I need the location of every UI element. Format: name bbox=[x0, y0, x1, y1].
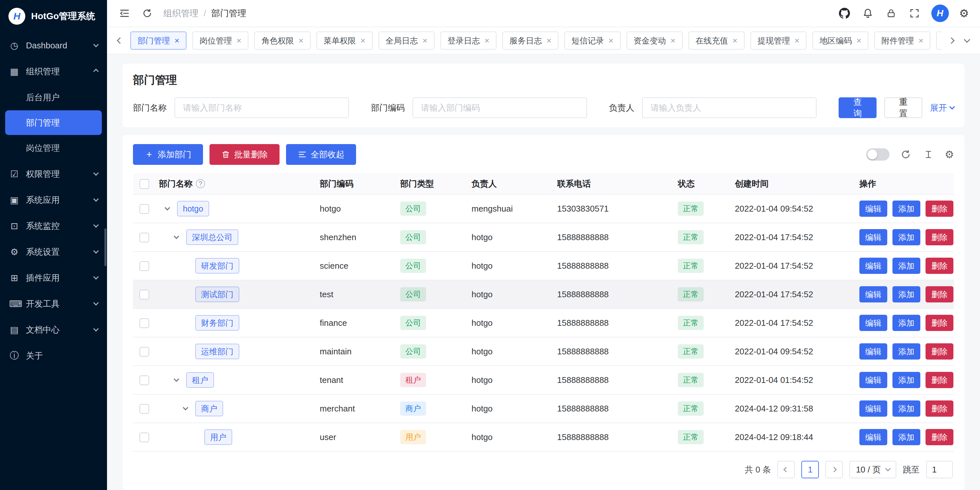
edit-button[interactable]: 编辑 bbox=[859, 429, 887, 445]
tab-withdraw[interactable]: 提现管理 × bbox=[750, 32, 807, 49]
add-button[interactable]: 添加 bbox=[892, 429, 920, 445]
breadcrumb-item-current[interactable]: 部门管理 bbox=[212, 8, 247, 19]
tab-role[interactable]: 角色权限 × bbox=[254, 32, 310, 49]
tab-global-log[interactable]: 全局日志 × bbox=[379, 32, 434, 49]
close-icon[interactable]: × bbox=[794, 36, 799, 45]
expand-filters-button[interactable]: 展开 bbox=[930, 102, 954, 113]
close-icon[interactable]: × bbox=[671, 36, 676, 45]
table-row[interactable]: 深圳总公司 shenzhen 公司 hotgo 15888888888 正常 2… bbox=[133, 223, 954, 252]
delete-button[interactable]: 删除 bbox=[926, 258, 953, 274]
tab-attachment[interactable]: 附件管理 × bbox=[874, 32, 931, 49]
settings-gear-icon[interactable]: ⚙ bbox=[959, 8, 969, 19]
add-button[interactable]: 添加 bbox=[892, 258, 920, 274]
breadcrumb-item[interactable]: 组织管理 bbox=[164, 8, 199, 19]
row-checkbox[interactable] bbox=[140, 347, 149, 357]
tabs-menu-icon[interactable] bbox=[962, 38, 972, 43]
lock-screen-icon[interactable] bbox=[885, 7, 897, 20]
expand-chevron-icon[interactable] bbox=[183, 407, 195, 410]
sidebar-subitem-dept[interactable]: 部门管理 bbox=[5, 110, 102, 135]
close-icon[interactable]: × bbox=[175, 36, 179, 45]
sidebar-item-monitor[interactable]: ⊡ 系统监控 bbox=[0, 213, 107, 239]
add-button[interactable]: 添加 bbox=[892, 372, 920, 388]
sidebar-scrollbar[interactable] bbox=[104, 228, 107, 266]
tab-dept[interactable]: 部门管理 × bbox=[130, 32, 186, 49]
tab-notice[interactable]: 通知公告 × bbox=[936, 32, 941, 49]
close-icon[interactable]: × bbox=[361, 36, 366, 45]
batch-delete-button[interactable]: 批量删除 bbox=[210, 144, 280, 165]
reload-table-icon[interactable] bbox=[899, 148, 912, 161]
row-checkbox[interactable] bbox=[140, 290, 149, 300]
edit-button[interactable]: 编辑 bbox=[859, 315, 887, 331]
close-icon[interactable]: × bbox=[546, 36, 551, 45]
column-settings-gear-icon[interactable]: ⚙ bbox=[945, 149, 954, 160]
sidebar-item-org[interactable]: ▦ 组织管理 bbox=[0, 58, 107, 85]
tab-funds[interactable]: 资金变动 × bbox=[627, 32, 682, 49]
tab-recharge[interactable]: 在线充值 × bbox=[689, 32, 745, 49]
tab-menu[interactable]: 菜单权限 × bbox=[317, 32, 372, 49]
add-button[interactable]: 添加 bbox=[892, 229, 920, 245]
sidebar-subitem-post[interactable]: 岗位管理 bbox=[5, 136, 102, 160]
close-icon[interactable]: × bbox=[298, 36, 303, 45]
add-button[interactable]: 添加 bbox=[892, 286, 920, 302]
close-icon[interactable]: × bbox=[485, 36, 489, 45]
row-checkbox[interactable] bbox=[140, 404, 149, 414]
app-logo[interactable]: H HotGo管理系统 bbox=[0, 0, 107, 32]
page-size-select[interactable]: 10 / 页 bbox=[849, 461, 896, 478]
department-name-input[interactable] bbox=[175, 97, 349, 118]
sidebar-item-docs[interactable]: ▤ 文档中心 bbox=[0, 317, 107, 343]
edit-button[interactable]: 编辑 bbox=[859, 286, 887, 302]
table-row[interactable]: hotgo hotgo 公司 mengshuai 15303830571 正常 … bbox=[133, 195, 954, 223]
edit-button[interactable]: 编辑 bbox=[859, 229, 887, 245]
user-avatar[interactable]: H bbox=[931, 5, 949, 22]
next-page-button[interactable] bbox=[825, 461, 843, 478]
delete-button[interactable]: 删除 bbox=[926, 429, 953, 445]
table-row[interactable]: 研发部门 science 公司 hotgo 15888888888 正常 202… bbox=[133, 252, 954, 280]
edit-button[interactable]: 编辑 bbox=[859, 372, 887, 388]
delete-button[interactable]: 删除 bbox=[926, 229, 953, 245]
github-icon[interactable] bbox=[838, 7, 851, 20]
add-button[interactable]: 添加 bbox=[892, 201, 920, 217]
sidebar-item-settings[interactable]: ⚙ 系统设置 bbox=[0, 239, 107, 265]
add-button[interactable]: 添加 bbox=[892, 401, 920, 417]
table-row[interactable]: 商户 merchant 商户 hotgo 15888888888 正常 2024… bbox=[133, 394, 954, 423]
tab-region[interactable]: 地区编码 × bbox=[812, 32, 869, 49]
select-all-checkbox[interactable] bbox=[140, 179, 149, 189]
sidebar-item-apps[interactable]: ▣ 系统应用 bbox=[0, 187, 107, 213]
density-icon[interactable] bbox=[922, 148, 935, 161]
expand-chevron-icon[interactable] bbox=[175, 235, 186, 239]
delete-button[interactable]: 删除 bbox=[926, 372, 953, 388]
collapse-sidebar-icon[interactable] bbox=[118, 7, 131, 20]
search-button[interactable]: 查询 bbox=[838, 97, 877, 118]
close-icon[interactable]: × bbox=[236, 36, 241, 45]
leader-input[interactable] bbox=[642, 97, 816, 118]
delete-button[interactable]: 删除 bbox=[926, 401, 953, 417]
close-icon[interactable]: × bbox=[733, 36, 737, 45]
add-button[interactable]: 添加 bbox=[892, 315, 920, 331]
row-checkbox[interactable] bbox=[140, 318, 149, 328]
table-row[interactable]: 运维部门 maintain 公司 hotgo 15888888888 正常 20… bbox=[133, 337, 954, 366]
row-checkbox[interactable] bbox=[140, 261, 149, 271]
add-button[interactable]: 添加 bbox=[892, 343, 920, 359]
department-code-input[interactable] bbox=[412, 97, 587, 118]
tab-login-log[interactable]: 登录日志 × bbox=[441, 32, 496, 49]
refresh-icon[interactable] bbox=[141, 7, 154, 20]
row-checkbox[interactable] bbox=[140, 433, 149, 442]
expand-chevron-icon[interactable] bbox=[175, 378, 186, 382]
expand-chevron-icon[interactable] bbox=[165, 207, 177, 211]
page-number-button[interactable]: 1 bbox=[801, 461, 819, 478]
tabs-scroll-right-icon[interactable] bbox=[946, 38, 957, 43]
close-icon[interactable]: × bbox=[608, 36, 613, 45]
tab-service-log[interactable]: 服务日志 × bbox=[502, 32, 558, 49]
fullscreen-icon[interactable] bbox=[908, 7, 921, 20]
reset-button[interactable]: 重置 bbox=[885, 97, 922, 118]
edit-button[interactable]: 编辑 bbox=[859, 258, 887, 274]
tabs-scroll-left-icon[interactable] bbox=[115, 38, 125, 43]
delete-button[interactable]: 删除 bbox=[926, 286, 953, 302]
delete-button[interactable]: 删除 bbox=[926, 343, 953, 359]
table-row[interactable]: 用户 user 用户 hotgo 15888888888 正常 2024-04-… bbox=[133, 423, 954, 452]
sidebar-item-plugin[interactable]: ⊞ 插件应用 bbox=[0, 265, 107, 291]
add-department-button[interactable]: + 添加部门 bbox=[133, 144, 203, 165]
sidebar-subitem-admin-user[interactable]: 后台用户 bbox=[5, 85, 102, 110]
striped-toggle[interactable] bbox=[866, 148, 889, 161]
close-icon[interactable]: × bbox=[918, 36, 923, 45]
